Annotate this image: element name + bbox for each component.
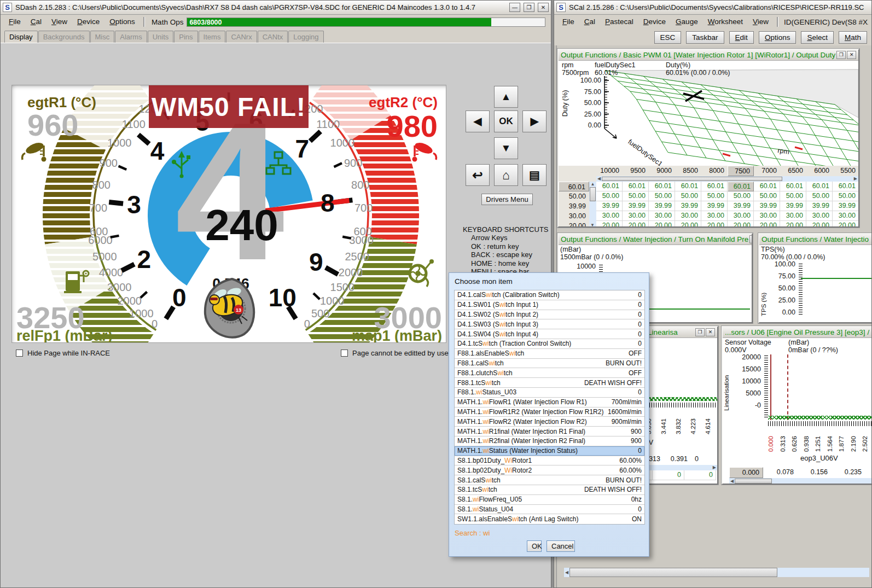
nav-ok-button[interactable]: OK [494,110,518,132]
table-cell[interactable]: 60.01 [806,182,833,191]
table-cell[interactable]: 30.00 [780,211,806,221]
mon-item-row[interactable]: S8.1.wiStatus_U040 [455,505,644,515]
table-cell[interactable]: 50.00 [833,191,858,201]
mon-item-row[interactable]: MATH.1.wiR2final (Water Injection R2 Fin… [455,436,644,446]
col-header[interactable]: 0.313 [865,467,871,478]
table-cell[interactable]: 50.00 [675,191,701,201]
mon-item-row[interactable]: D4.1.tcSwitch (Traction Control Switch)0 [455,339,644,349]
mon-item-row[interactable]: D4.1.SW03 (Switch Input 3)0 [455,319,644,329]
tab-logging[interactable]: Logging [288,31,323,43]
mon-item-row[interactable]: F88.1.wiStatus_U030 [455,388,644,398]
maximize-icon[interactable]: ❐ [836,51,846,59]
tab-cantx[interactable]: CANtx [258,31,288,43]
col-header[interactable]: 0.235 [831,467,865,478]
table-cell[interactable]: 20.00 [780,221,806,226]
table-cell[interactable]: 39.99 [780,201,806,211]
dash-page-preview[interactable]: 6007008009001000110012006007008009001000… [11,85,446,343]
table-cell[interactable]: 39.99 [649,201,675,211]
table-cell[interactable]: 39.99 [806,201,833,211]
row-header[interactable]: 30.00 [559,211,589,221]
table-cell[interactable]: 30.00 [649,211,675,221]
pwm-window-titlebar[interactable]: Output Functions / Basic PWM 01 [Water I… [559,50,858,61]
menu-file[interactable]: File [557,16,579,27]
scrollbar-thumb[interactable] [569,568,777,577]
row-header[interactable]: 50.00 [559,191,589,201]
table-cell[interactable]: 50.00 [701,191,728,201]
mon-item-row[interactable]: S8.1.tcSwitchDEATH WISH OFF! [455,485,644,495]
table-cell[interactable]: 60.01 [596,182,623,191]
toolbar-esc-button[interactable]: ESC [654,31,682,44]
toolbar-taskbar-button[interactable]: Taskbar [686,31,724,44]
table-cell[interactable]: 30.00 [701,211,728,221]
maximize-icon[interactable]: ❐ [695,328,705,336]
table-cell[interactable]: 39.99 [728,201,754,211]
menu-view[interactable]: View [46,16,72,27]
table-cell[interactable]: 20.00 [806,221,833,226]
table-cell[interactable]: 50.00 [754,191,780,201]
tps-window[interactable]: Output Functions / Water Injectio TPS(%)… [758,233,871,323]
table-vscrollbar[interactable]: ▲▼ [589,182,596,226]
table-cell[interactable]: 60.01 [833,182,858,191]
mon-item-row[interactable]: F88.1.tcSwitchDEATH WISH OFF! [455,378,644,388]
table-cell[interactable]: 50.00 [728,191,754,201]
page-cannot-be-edited-checkbox[interactable] [341,350,348,357]
mon-item-row[interactable]: F88.1.calSwitchBURN OUT! [455,359,644,369]
manifold-window-titlebar[interactable]: Output Functions / Water Injection / Tur… [559,234,752,245]
tab-canrx[interactable]: CANrx [226,31,257,43]
tab-misc[interactable]: Misc [90,31,115,43]
nav-back-button[interactable]: ↩ [466,164,490,186]
mon-item-row[interactable]: S8.1.bp02Duty_WiRotor260.00% [455,465,644,475]
table-cell[interactable]: 50.00 [806,191,833,201]
mon-item-row[interactable]: D4.1.SW02 (Switch Input 2)0 [455,310,644,320]
toolbar-edit-button[interactable]: Edit [729,31,754,44]
menu-pastecal[interactable]: Pastecal [600,16,638,27]
tps-window-titlebar[interactable]: Output Functions / Water Injectio [759,234,871,245]
col-header[interactable]: 7000 [754,166,780,176]
mon-item-row[interactable]: MATH.1.wiFlowR2 (Water Injection Flow R2… [455,417,644,427]
mon-item-row[interactable]: SW1.1.alsEnableSwitch (Anti Lag Switch)O… [455,514,644,524]
scal-bottom-scrollbar[interactable]: ◀ [564,568,869,577]
mon-item-row[interactable]: D4.1.SW01 (Switch Input 1)0 [455,300,644,310]
row-header[interactable]: 39.99 [559,201,589,211]
col-header[interactable]: 0.000 [729,467,763,478]
table-cell[interactable]: 20.00 [754,221,780,226]
table-cell[interactable]: 20.00 [649,221,675,226]
col-header[interactable]: 6500 [780,166,806,176]
col-header[interactable]: 10000 [596,166,623,176]
table-hscrollbar[interactable]: ◀▶ [596,176,858,182]
table-cell[interactable]: 60.01 [780,182,806,191]
col-header[interactable]: 8000 [701,166,728,176]
scroll-left-icon[interactable]: ◀ [564,570,569,575]
cancel-button[interactable]: Cancel [547,540,575,552]
col-header[interactable]: 8500 [675,166,701,176]
row-header[interactable]: 20.00 [559,221,589,226]
table-cell[interactable]: 50.00 [623,191,649,201]
mon-item-row[interactable]: S8.1.wiFlowFreq_U050hz [455,495,644,505]
table-cell[interactable]: 60.01 [754,182,780,191]
table-cell[interactable]: 50.00 [780,191,806,201]
row-header[interactable]: 60.01 [559,182,589,191]
table-cell[interactable]: 60.01 [675,182,701,191]
sdash-titlebar[interactable]: S SDash 2.15.283 : C:\Users\Public\Docum… [1,1,551,15]
tab-display[interactable]: Display [4,31,38,43]
table-cell[interactable]: 60.01 [728,182,754,191]
mon-item-row[interactable]: F88.1.alsEnableSwitchOFF [455,349,644,359]
mon-item-row[interactable]: F88.1.clutchSwitchOFF [455,368,644,378]
table-cell[interactable]: 39.99 [833,201,858,211]
drivers-menu-button[interactable]: Drivers Menu [481,194,533,205]
col-header[interactable]: 5500 [833,166,858,176]
mon-item-row[interactable]: MATH.1.wiStatus (Water Injection Status)… [455,446,644,456]
mon-item-row[interactable]: S8.1.calSwitchBURN OUT! [455,475,644,485]
table-cell[interactable]: 0 [684,470,716,480]
mon-item-row[interactable]: MATH.1.wiFlowR1R2 (Water Injection Flow … [455,407,644,417]
menu-device[interactable]: Device [638,16,671,27]
menu-file[interactable]: File [4,16,26,27]
nav-menu-button[interactable]: ▤ [522,164,547,186]
mon-item-row[interactable]: D4.1.SW04 (Switch Input 4)0 [455,329,644,339]
table-cell[interactable]: 39.99 [596,201,623,211]
table-cell[interactable]: 39.99 [675,201,701,211]
table-cell[interactable]: 20.00 [701,221,728,226]
col-header[interactable]: 0.391 [664,454,691,465]
col-header[interactable]: 0.078 [763,467,797,478]
menu-view[interactable]: View [748,16,774,27]
